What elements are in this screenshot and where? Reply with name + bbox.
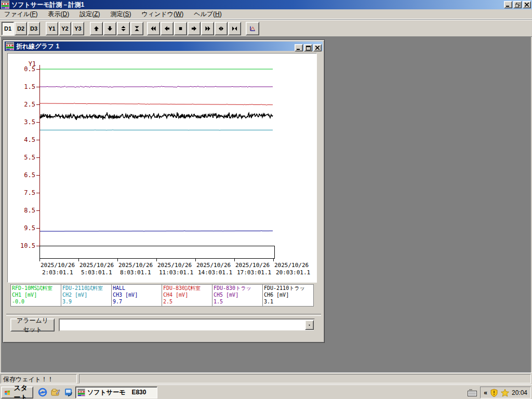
app-icon bbox=[77, 389, 85, 396]
status-panel-secondary bbox=[79, 374, 531, 383]
taskbar-clock[interactable]: 20:04 bbox=[512, 389, 527, 396]
ch4-name: FDU-830試料室 bbox=[163, 285, 211, 291]
desktop-screen: ソフトサーモ計測－計測1 ファイル(F) 表示(D) 設定(Z) 測定(S) ウ… bbox=[0, 0, 532, 399]
menu-file[interactable]: ファイル(F) bbox=[0, 9, 42, 20]
svg-text:1.5: 1.5 bbox=[24, 83, 35, 90]
status-bar: 保存ウェイト！！ bbox=[0, 373, 532, 384]
toolbar-y2-button[interactable]: Y2 bbox=[59, 22, 71, 35]
taskbar: スタート ソフトサーモ E830 « bbox=[0, 384, 532, 399]
tray-icon-area: « 20:04 bbox=[480, 387, 531, 398]
down-arrow-icon bbox=[107, 23, 113, 34]
start-button[interactable]: スタート bbox=[1, 387, 33, 398]
close-button[interactable] bbox=[523, 1, 531, 8]
svg-text:2025/10/26: 2025/10/26 bbox=[274, 262, 309, 269]
svg-text:3.5: 3.5 bbox=[24, 118, 35, 126]
graph-setup-button[interactable] bbox=[246, 22, 259, 35]
scroll-down-button[interactable] bbox=[103, 22, 116, 35]
toolbar-d1-button[interactable]: D1 bbox=[2, 22, 14, 35]
line-chart: Y10.51.52.53.54.55.56.57.58.59.510.52025… bbox=[8, 54, 315, 281]
svg-text:4.5: 4.5 bbox=[24, 136, 35, 143]
graph-maximize-button[interactable] bbox=[304, 44, 312, 51]
right-arrow-icon bbox=[191, 23, 197, 34]
svg-text:5:03:01.1: 5:03:01.1 bbox=[81, 269, 112, 276]
main-window-titlebar[interactable]: ソフトサーモ計測－計測1 bbox=[0, 0, 532, 9]
ch5-name: FDU-830トラッ bbox=[214, 285, 261, 291]
star-tray-icon[interactable] bbox=[501, 389, 509, 397]
expand-vertical-icon bbox=[121, 23, 126, 34]
ch6-name: FDU-2110トラッ bbox=[264, 285, 312, 291]
expand-horizontal-button[interactable] bbox=[215, 22, 228, 35]
graph-window-titlebar[interactable]: 折れ線グラフ 1 bbox=[5, 42, 323, 51]
legend-cell-ch4: FDU-830試料室 CH4 [mV] 2.5 bbox=[162, 285, 212, 306]
restore-button[interactable] bbox=[513, 1, 522, 8]
rewind-icon bbox=[151, 23, 156, 34]
ch3-name: HALL bbox=[113, 285, 161, 291]
ch6-value: 3.1 bbox=[264, 298, 312, 305]
menu-window[interactable]: ウィンドウ(W) bbox=[138, 9, 188, 20]
security-shield-icon[interactable] bbox=[490, 389, 498, 397]
ch5-value: 1.5 bbox=[214, 298, 261, 305]
taskbar-app-label: ソフトサーモ E830 bbox=[87, 388, 146, 397]
scroll-up-button[interactable] bbox=[90, 22, 103, 35]
svg-text:8:03:01.1: 8:03:01.1 bbox=[120, 269, 151, 276]
svg-text:2025/10/26: 2025/10/26 bbox=[196, 262, 231, 269]
ch6-channel: CH6 [mV] bbox=[264, 291, 312, 298]
menu-view[interactable]: 表示(D) bbox=[44, 9, 73, 20]
tray-chevron[interactable]: « bbox=[484, 389, 487, 396]
menu-measure[interactable]: 測定(S) bbox=[106, 9, 135, 20]
keyboard-layout-icon[interactable] bbox=[468, 389, 477, 396]
internet-explorer-icon[interactable] bbox=[37, 387, 48, 397]
status-message: 保存ウェイト！！ bbox=[1, 374, 77, 383]
step-left-button[interactable] bbox=[161, 22, 174, 35]
outlook-express-icon[interactable] bbox=[63, 387, 74, 397]
rewind-button[interactable] bbox=[147, 22, 160, 35]
expand-horizontal-icon bbox=[218, 23, 224, 34]
minimize-icon bbox=[297, 46, 301, 50]
menu-help[interactable]: ヘルプ(H) bbox=[190, 9, 226, 20]
alarm-combobox[interactable] bbox=[59, 318, 315, 331]
graph-close-button[interactable] bbox=[313, 44, 322, 51]
start-label: スタート bbox=[11, 383, 30, 399]
stop-button[interactable] bbox=[174, 22, 187, 35]
separator bbox=[6, 314, 321, 316]
chevron-down-icon bbox=[309, 324, 310, 327]
compress-horizontal-button[interactable] bbox=[228, 22, 241, 35]
up-arrow-icon bbox=[94, 23, 99, 34]
main-window-title: ソフトサーモ計測－計測1 bbox=[11, 1, 84, 9]
ch2-value: 3.9 bbox=[62, 298, 110, 305]
expand-vertical-button[interactable] bbox=[117, 22, 130, 35]
ch3-channel: CH3 [mV] bbox=[113, 291, 161, 298]
svg-text:0.5: 0.5 bbox=[24, 65, 35, 73]
ch5-channel: CH5 [mV] bbox=[214, 291, 261, 298]
windows-logo-icon bbox=[5, 389, 10, 396]
ch1-name: RFD-10MS試料室 bbox=[12, 285, 60, 291]
compress-vertical-icon bbox=[134, 23, 140, 34]
graph-window-icon bbox=[6, 42, 14, 50]
toolbar-y3-button[interactable]: Y3 bbox=[72, 22, 84, 35]
ch2-channel: CH2 [mV] bbox=[62, 291, 110, 298]
toolbar-d2-button[interactable]: D2 bbox=[15, 22, 27, 35]
taskbar-app-button[interactable]: ソフトサーモ E830 bbox=[75, 387, 157, 398]
alarm-reset-button[interactable]: アラームリセット bbox=[10, 318, 55, 331]
toolbar-d3-button[interactable]: D3 bbox=[28, 22, 40, 35]
legend-cell-ch3: HALL CH3 [mV] 9.7 bbox=[112, 285, 162, 306]
graph-minimize-button[interactable] bbox=[295, 44, 303, 51]
menu-bar: ファイル(F) 表示(D) 設定(Z) 測定(S) ウィンドウ(W) ヘルプ(H… bbox=[0, 9, 532, 19]
ch4-channel: CH4 [mV] bbox=[163, 291, 211, 298]
combobox-dropdown-button[interactable] bbox=[305, 320, 314, 330]
legend-cell-ch2: FDU-2110試料室 CH2 [mV] 3.9 bbox=[61, 285, 112, 306]
toolbar-y1-button[interactable]: Y1 bbox=[46, 22, 58, 35]
svg-text:2025/10/26: 2025/10/26 bbox=[157, 262, 192, 269]
ch1-channel: CH1 [mV] bbox=[12, 291, 60, 298]
step-right-button[interactable] bbox=[188, 22, 201, 35]
svg-text:10.5: 10.5 bbox=[20, 242, 35, 249]
menu-settings[interactable]: 設定(Z) bbox=[75, 9, 104, 20]
ch3-value: 9.7 bbox=[113, 298, 161, 305]
fast-forward-button[interactable] bbox=[201, 22, 214, 35]
minimize-button[interactable] bbox=[504, 1, 512, 8]
svg-text:9.5: 9.5 bbox=[24, 224, 35, 232]
minimize-icon bbox=[506, 3, 510, 7]
show-desktop-icon[interactable] bbox=[50, 387, 61, 397]
compress-vertical-button[interactable] bbox=[130, 22, 143, 35]
svg-text:11:03:01.1: 11:03:01.1 bbox=[159, 269, 193, 276]
